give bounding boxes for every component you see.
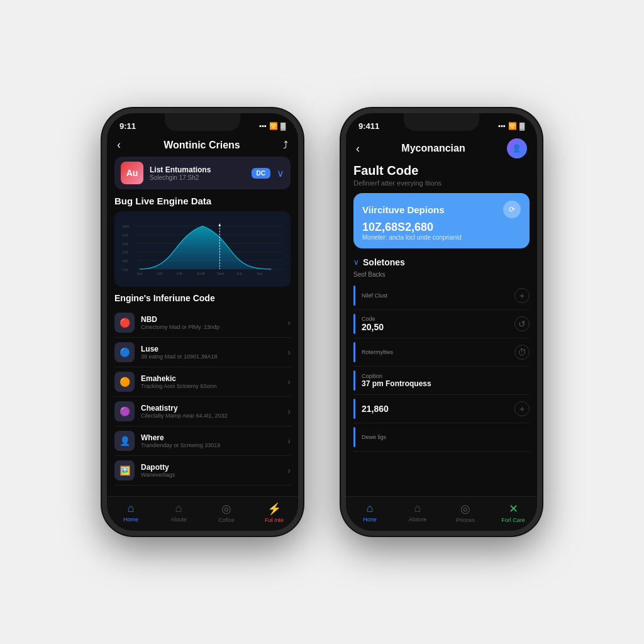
tab-bar-left: ⌂ Home ⌂ Aloute ◎ Cofice ⚡ Ful Inte [107,496,298,531]
wifi-icon: 🛜 [508,122,517,130]
dropdown-row[interactable]: Au List Entumations Solechgin 17.Sh2 DC … [114,157,291,189]
home-icon-right: ⌂ [367,502,374,515]
svg-text:4:60: 4:60 [123,260,128,263]
tab-aloute[interactable]: ⌂ Aloute [155,502,203,523]
solutions-header: ∨ Soletones [353,257,530,267]
refresh-button-code[interactable]: ↺ [514,316,530,331]
list-item[interactable]: 🔵 Luse 38 eatng Mad or 10901.39A18 › [114,338,291,367]
blue-card-desc: Moneter: ancla locl unde conprianid [362,234,521,241]
timer-button[interactable]: ⏱ [514,345,530,360]
dropdown-sub: Solechgin 17.Sh2 [150,174,245,181]
list-text-dapotty: Dapotty Waneverliags [141,463,281,478]
back-button-right[interactable]: ‹ [356,142,360,155]
chevron-right-icon: › [287,347,291,357]
signal-icon: ▪▪▪ [498,122,506,130]
list-container: 🔴 NBD Cinectomy Mad or PlMy. 13ndp › 🔵 L… [114,308,291,486]
list-icon-nbd: 🔴 [114,313,135,333]
sol-item-copition[interactable]: Copition 37 pm Fontroquess [353,367,530,395]
dropdown-btn[interactable]: DC [252,168,270,179]
tab-cofice[interactable]: ◎ Cofice [203,502,250,523]
list-text-emahekic: Emahekic Tracking Aoni Sctoemy 6Sonn [141,374,281,389]
right-phone: 9:411 ▪▪▪ 🛜 ▓ ‹ Myconancian 👤 Fault Code… [341,108,542,536]
blue-card[interactable]: Viircituve Depions ⟳ 10Z,68S2,680 Monete… [353,193,530,248]
back-button-left[interactable]: ‹ [117,138,121,152]
battery-icon: ▓ [280,122,286,130]
list-item[interactable]: 🔴 NBD Cinectomy Mad or PlMy. 13ndp › [114,308,291,338]
list-icon-luse: 🔵 [114,342,135,362]
sol-text: Dewe ligs [362,434,530,440]
svg-text:1:09: 1:09 [157,272,162,275]
chevron-down-icon-blue[interactable]: ∨ [353,258,359,267]
tab-label-prioces: Prioces [456,517,475,523]
tab-home-right[interactable]: ⌂ Hone [346,502,394,523]
svg-text:7:00: 7:00 [123,269,128,272]
list-text-nbd: NBD Cinectomy Mad or PlMy. 13ndp [141,315,281,330]
fault-sub: Definierf atter everying Itions [353,179,530,187]
list-item[interactable]: 🖼️ Dapotty Waneverliags › [114,456,291,486]
status-icons-right: ▪▪▪ 🛜 ▓ [498,122,525,130]
sol-item-code[interactable]: Code 20,50 ↺ [353,310,530,338]
tab-label-aloute: Aloute [170,516,187,523]
chevron-right-icon: › [287,465,291,475]
sol-item-21860[interactable]: 21,860 + [353,395,530,423]
add-button-nilef[interactable]: + [514,288,530,303]
svg-text:1m4: 1m4 [136,272,142,275]
list-text-where: Where Trandienday or Screemg 33019 [141,433,281,448]
sol-bar [353,286,355,306]
forl-care-icon: ✕ [509,502,518,516]
tab-home-left[interactable]: ⌂ Home [107,502,155,523]
prioces-icon: ◎ [460,502,470,516]
tab-label-home: Home [123,516,138,523]
sol-bar [353,427,355,447]
nav-header-right: ‹ Myconancian 👤 [346,136,537,164]
cofice-icon: ◎ [221,502,231,516]
chevron-right-icon: › [287,377,291,387]
refresh-icon[interactable]: ⟳ [503,201,521,218]
chevron-right-icon: › [287,406,291,416]
sol-text: Nilef Clust [362,292,514,299]
list-icon-where: 👤 [114,431,135,451]
chart-container: N100 2.34 3:00 3:50 4:60 7:00 [114,211,291,287]
list-item[interactable]: 🟠 Emahekic Tracking Aoni Sctoemy 6Sonn › [114,367,291,397]
chevron-down-icon[interactable]: ∨ [277,167,284,179]
sol-item-nilef[interactable]: Nilef Clust + [353,282,530,310]
dropdown-text: List Entumations Solechgin 17.Sh2 [150,165,245,181]
svg-text:Tam: Tam [257,272,262,275]
wifi-icon: 🛜 [269,122,278,130]
svg-text:N100: N100 [123,225,130,228]
chevron-right-icon: › [287,318,291,328]
sol-text: 21,860 [362,404,514,414]
aloute-icon: ⌂ [175,502,182,515]
dropdown-avatar: Au [121,162,143,184]
notch-left [165,113,240,131]
sol-bar [353,399,355,419]
svg-text:31:NB: 31:NB [197,272,205,275]
tab-label-forl: Forl Care [501,517,525,523]
tab-label-cofice: Cofice [218,517,235,523]
blue-card-value: 10Z,68S2,680 [362,221,521,234]
upload-icon-left[interactable]: ⤴ [283,140,288,151]
sol-text: Code 20,50 [362,316,514,332]
blue-card-title: Viircituve Depions [362,204,445,215]
tab-forl-care[interactable]: ✕ Forl Care [489,502,537,523]
tab-prioces[interactable]: ◎ Prioces [441,502,489,523]
tab-alotore[interactable]: ⌂ Alotore [394,502,441,523]
status-icons-left: ▪▪▪ 🛜 ▓ [259,122,286,130]
list-icon-cheatistry: 🟣 [114,401,135,421]
svg-text:6:0c: 6:0c [237,272,243,275]
solutions-sub: Seof Backs [353,271,530,278]
status-time-right: 9:411 [358,121,379,131]
sol-item-rotermylties[interactable]: Rotermylties ⏱ [353,338,530,367]
signal-icon: ▪▪▪ [259,122,267,130]
solutions-title: Soletones [363,257,405,267]
left-phone-content: Au List Entumations Solechgin 17.Sh2 DC … [107,157,298,496]
home-icon: ⌂ [128,502,135,515]
list-item-where[interactable]: 👤 Where Trandienday or Screemg 33019 › [114,426,291,456]
tab-ful-inte[interactable]: ⚡ Ful Inte [250,502,298,523]
add-button-21860[interactable]: + [514,401,530,416]
right-phone-content: Fault Code Definierf atter everying Itio… [346,164,537,496]
user-avatar[interactable]: 👤 [507,138,527,158]
scene: 9:11 ▪▪▪ 🛜 ▓ ‹ Wontinic Criens ⤴ Au [0,0,644,644]
list-item[interactable]: 🟣 Cheatistry Cilectalty Mamp Aear 64.4t1… [114,397,291,426]
svg-text:4:46: 4:46 [177,272,182,275]
